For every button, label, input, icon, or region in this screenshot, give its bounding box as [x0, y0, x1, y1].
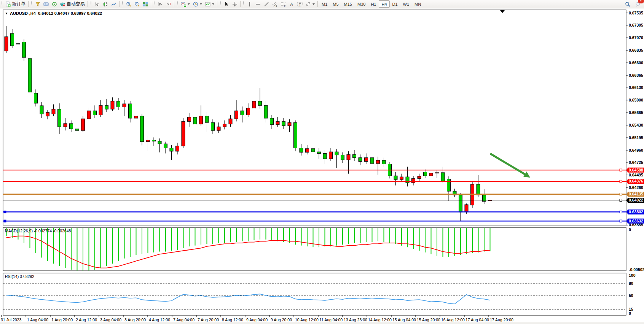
line-chart-button[interactable]	[110, 0, 118, 8]
chart-canvas[interactable]: 0.675350.673050.670700.668350.666000.663…	[0, 8, 644, 322]
time-tick-label: 15 Aug 20:00	[417, 318, 440, 322]
toolbar-grip	[90, 1, 92, 7]
candle	[28, 56, 32, 95]
candle-body	[447, 179, 451, 191]
timeframe-button-m30[interactable]: M30	[355, 0, 368, 8]
candle	[294, 121, 297, 151]
vline-icon	[247, 2, 252, 7]
time-tick-label: 11 Aug 04:00	[319, 318, 343, 322]
zoom-in-button[interactable]	[124, 0, 133, 8]
macd-label: MACD(12,26,9) -0.002774 -0.002648	[5, 229, 71, 233]
candle-body	[170, 148, 173, 151]
candle-body	[477, 184, 480, 195]
candle-body	[435, 173, 439, 173]
time-tick-label: 17 Aug 20:00	[490, 318, 513, 322]
current-price-line-handle[interactable]	[620, 199, 622, 202]
chevron-down-icon[interactable]	[212, 3, 214, 5]
timeframe-button-w1[interactable]: W1	[400, 0, 412, 8]
rsi-pane[interactable]	[3, 273, 626, 315]
chart-shift-button[interactable]	[164, 0, 173, 8]
candlestick-chart-button[interactable]	[101, 0, 110, 8]
crosshair-tool-button[interactable]	[231, 0, 239, 8]
hline-icon	[255, 2, 261, 7]
timeframe-button-d1[interactable]: D1	[390, 0, 400, 8]
chevron-down-icon[interactable]	[188, 3, 190, 5]
candle-body	[241, 111, 244, 115]
arrows-tool-button[interactable]	[304, 0, 316, 8]
resistance-line-2-handle[interactable]	[620, 180, 622, 183]
candle	[471, 182, 474, 208]
symbol-dropdown-icon: ▼	[5, 12, 8, 15]
price-tag-label: 0.63632	[629, 219, 643, 223]
zoom-out-button[interactable]	[133, 0, 141, 8]
candle-body	[270, 118, 274, 125]
time-tick-label: 16 Aug 12:00	[441, 318, 465, 322]
chart-title: AUDUSD-,H4	[10, 11, 36, 16]
terminal-button[interactable]	[42, 0, 50, 8]
trendline-tool-button[interactable]	[262, 0, 271, 8]
label-tool-button[interactable]: T	[296, 0, 304, 8]
auto-trading-button[interactable]: 自动交易	[59, 0, 86, 8]
candle-body	[34, 93, 38, 103]
toolbar-grip	[220, 1, 222, 7]
rsi-axis-50: 50	[629, 293, 633, 298]
market-depth-button[interactable]	[33, 0, 42, 8]
auto-scroll-button[interactable]	[156, 0, 164, 8]
candle-body	[347, 154, 350, 160]
signals-button[interactable]	[50, 0, 59, 8]
channel-tool-button[interactable]: E	[271, 0, 279, 8]
macd-axis-min: -0.005025	[629, 267, 644, 272]
rsi-axis-100: 100	[629, 273, 636, 278]
vline-tool-button[interactable]	[245, 0, 254, 8]
periods-button[interactable]	[191, 0, 204, 8]
zoom-out-icon	[134, 2, 140, 7]
macd-pane[interactable]	[3, 227, 626, 271]
timeframe-button-h4[interactable]: H4	[379, 0, 389, 8]
price-tick-label: 0.66600	[629, 60, 643, 65]
timeframe-button-h1[interactable]: H1	[368, 0, 379, 8]
search-button[interactable]	[623, 0, 632, 8]
timeframe-button-m1[interactable]: M1	[319, 0, 330, 8]
new-order-button[interactable]: 新订单	[4, 0, 27, 8]
mt4-window: { "toolbar": { "new_order_label": "新订单",…	[0, 0, 644, 324]
notifications-button[interactable]: 1	[634, 0, 642, 8]
timeframe-button-m5[interactable]: M5	[330, 0, 341, 8]
chart-window[interactable]: 0.675350.673050.670700.668350.666000.663…	[0, 8, 644, 322]
price-tag-label: 0.64022	[629, 198, 643, 202]
chevron-down-icon[interactable]	[200, 3, 202, 5]
candle-body	[176, 146, 179, 151]
candle-body	[182, 121, 185, 146]
candle-body	[370, 158, 374, 164]
signals-icon	[52, 2, 57, 7]
time-tick-label: 1 Aug 04:00	[27, 318, 48, 322]
main-toolbar: 新订单自动交易EFATM1M5M15M30H1H4D1W1MN1	[0, 0, 644, 8]
main-price-pane[interactable]	[3, 10, 626, 225]
timeframe-button-m15[interactable]: M15	[341, 0, 355, 8]
text-tool-button[interactable]: A	[287, 0, 296, 8]
support-line-2-handle-left[interactable]	[4, 220, 6, 222]
candle-body	[140, 116, 144, 141]
support-line-1-handle-left[interactable]	[4, 211, 6, 213]
toolbar-separator	[119, 1, 120, 7]
candlestick-chart-icon	[103, 2, 108, 7]
new-chart-button[interactable]	[179, 0, 191, 8]
resistance-line-1-handle[interactable]	[620, 169, 622, 171]
indicators-button[interactable]	[204, 0, 216, 8]
toolbar-separator	[88, 1, 88, 7]
candle-body	[105, 105, 108, 109]
price-tick-label: 0.64260	[629, 185, 643, 190]
support-line-2-handle[interactable]	[620, 220, 622, 222]
support-line-1-handle[interactable]	[620, 211, 622, 213]
toolbar-grip	[1, 1, 3, 7]
hline-tool-button[interactable]	[254, 0, 262, 8]
fibonacci-tool-button[interactable]: F	[279, 0, 287, 8]
chevron-down-icon[interactable]	[312, 3, 315, 5]
tile-windows-button[interactable]	[141, 0, 150, 8]
timeframe-button-mn[interactable]: MN	[412, 0, 424, 8]
time-tick-label: 2 Aug 12:00	[76, 318, 97, 322]
bar-chart-button[interactable]	[93, 0, 101, 8]
pivot-line-handle[interactable]	[620, 193, 622, 195]
cursor-tool-button[interactable]	[222, 0, 231, 8]
candle-body	[441, 173, 445, 182]
price-tag: 0.64135	[626, 192, 644, 197]
